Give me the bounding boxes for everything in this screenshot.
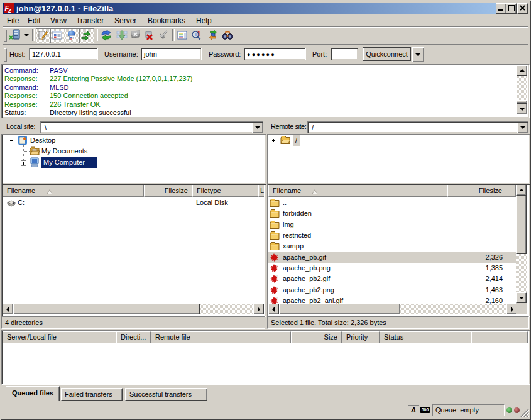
svg-text:z: z — [8, 7, 11, 14]
